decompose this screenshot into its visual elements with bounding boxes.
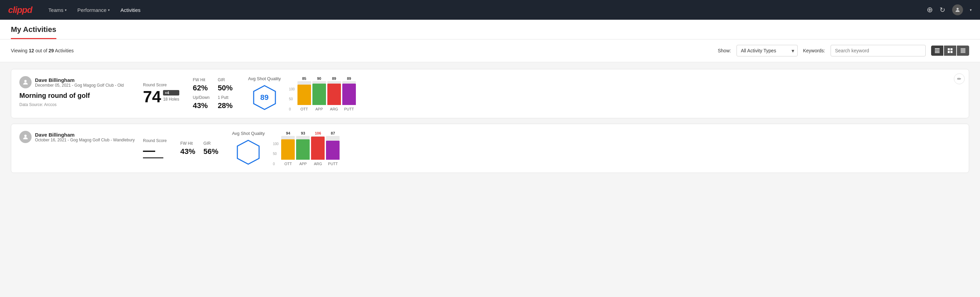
page-title: My Activities (11, 25, 56, 39)
svg-rect-5 (948, 48, 950, 50)
navbar-right: ⊕ ↻ ▾ (927, 5, 972, 15)
svg-rect-10 (961, 49, 966, 50)
user-name: Dave Billingham (35, 77, 124, 83)
activity-type-select-wrapper[interactable]: All Activity Types (737, 45, 798, 56)
nav-performance-label: Performance (78, 7, 107, 13)
round-score-label: Round Score (143, 83, 179, 87)
gir-block: GIR 50% (218, 77, 234, 93)
fw-hit-block: FW Hit 62% (193, 77, 210, 93)
chevron-down-icon: ▾ (65, 8, 67, 12)
oneputt-value: 28% (218, 101, 234, 110)
edit-button[interactable]: ✏ (954, 73, 965, 84)
updown-label: Up/Down (193, 95, 210, 100)
nav-activities-label: Activities (121, 7, 141, 13)
card-user: Dave Billingham October 16, 2021 - Gog M… (19, 131, 135, 143)
svg-point-0 (956, 8, 959, 10)
fw-hit-value: 62% (193, 84, 210, 93)
y-axis-labels: 100 50 0 (273, 142, 279, 166)
chart-col-app: 90 APP (312, 77, 326, 111)
chevron-down-icon: ▾ (970, 8, 972, 12)
svg-rect-7 (948, 51, 950, 53)
gir-value: 50% (218, 84, 234, 93)
hexagon: 89 (251, 84, 278, 111)
svg-rect-11 (961, 50, 966, 51)
stats-grid: FW Hit 43% GIR 56% (180, 141, 218, 156)
add-icon[interactable]: ⊕ (927, 5, 933, 14)
chart-col-putt: 89 PUTT (342, 77, 356, 111)
total-count: 29 (49, 48, 54, 53)
chart-col-putt: 87 PUTT (326, 131, 340, 166)
svg-rect-13 (961, 52, 966, 53)
updown-value: 43% (193, 101, 210, 110)
fw-hit-label: FW Hit (180, 141, 195, 146)
card-user: Dave Billingham December 05, 2021 - Gog … (19, 76, 135, 88)
user-date: December 05, 2021 - Gog Magog Golf Club … (35, 83, 124, 88)
gir-block: GIR 56% (204, 141, 218, 156)
activities-list: ✏ Dave Billingham December 05, 2021 - Go… (0, 62, 980, 180)
chart-col-ott: 94 OTT (281, 131, 295, 166)
viewing-text: Viewing 12 out of 29 Activities (11, 48, 713, 53)
viewing-count: 12 (29, 48, 34, 53)
gir-label: GIR (218, 77, 234, 82)
score-number: — (143, 144, 163, 158)
svg-point-16 (24, 134, 27, 137)
logo[interactable]: clippd (8, 5, 32, 15)
card-info: Dave Billingham October 16, 2021 - Gog M… (19, 131, 135, 147)
nav-teams-label: Teams (49, 7, 64, 13)
bar-chart: 100 50 0 94 OTT 93 (273, 131, 340, 166)
svg-point-14 (24, 80, 27, 82)
card-title: Morning round of golf (19, 92, 135, 99)
grid-view-button[interactable] (944, 46, 956, 56)
user-name: Dave Billingham (35, 132, 135, 137)
activity-type-select[interactable]: All Activity Types (737, 45, 798, 56)
svg-rect-4 (935, 52, 940, 53)
round-score-block: Round Score — (143, 138, 167, 158)
shot-quality-label: Avg Shot Quality (232, 131, 265, 136)
navbar: clippd Teams ▾ Performance ▾ Activities … (0, 0, 980, 20)
svg-rect-12 (961, 51, 966, 52)
gir-value: 56% (204, 147, 218, 156)
page-header: My Activities (0, 20, 980, 40)
compact-view-button[interactable] (957, 46, 969, 56)
chart-col-ott: 85 OTT (298, 77, 311, 111)
toolbar: Viewing 12 out of 29 Activities Show: Al… (0, 40, 980, 62)
avatar (19, 131, 32, 143)
activity-card: ✏ Dave Billingham December 05, 2021 - Go… (11, 69, 969, 118)
shot-quality-block: Avg Shot Quality 89 100 50 (248, 76, 961, 111)
view-toggle (931, 46, 969, 56)
fw-hit-block: FW Hit 43% (180, 141, 195, 156)
stats-grid: FW Hit 62% GIR 50% Up/Down 43% 1 Putt 28… (193, 77, 235, 110)
oneputt-label: 1 Putt (218, 95, 234, 100)
search-input[interactable] (830, 45, 926, 56)
score-holes: 18 Holes (163, 97, 179, 102)
refresh-icon[interactable]: ↻ (940, 6, 945, 14)
y-axis-labels: 100 50 0 (289, 87, 295, 111)
svg-rect-2 (935, 50, 940, 50)
hexagon (235, 139, 262, 166)
hex-value: 89 (261, 93, 269, 102)
fw-hit-value: 43% (180, 147, 195, 156)
bar-chart: 100 50 0 85 OTT 90 (289, 77, 356, 111)
data-source: Data Source: Arccos (19, 102, 135, 107)
show-label: Show: (718, 48, 731, 53)
chart-col-app: 93 APP (296, 131, 310, 166)
user-avatar-button[interactable] (952, 5, 963, 15)
activity-card: Dave Billingham October 16, 2021 - Gog M… (11, 124, 969, 173)
chevron-down-icon: ▾ (108, 8, 110, 12)
svg-rect-8 (950, 51, 953, 53)
card-info: Dave Billingham December 05, 2021 - Gog … (19, 76, 135, 107)
svg-rect-9 (961, 48, 966, 49)
nav-activities[interactable]: Activities (121, 7, 141, 13)
svg-rect-3 (935, 51, 940, 52)
score-number: 74 (143, 89, 161, 105)
user-date: October 16, 2021 - Gog Magog Golf Club -… (35, 137, 135, 142)
list-view-button[interactable] (931, 46, 943, 56)
nav-teams[interactable]: Teams ▾ (49, 7, 67, 13)
shot-quality-block: Avg Shot Quality 100 50 (232, 131, 961, 166)
keywords-label: Keywords: (803, 48, 825, 53)
score-badge: +4 (163, 90, 179, 96)
nav-performance[interactable]: Performance ▾ (78, 7, 110, 13)
gir-label: GIR (204, 141, 218, 146)
svg-marker-17 (237, 141, 259, 164)
chart-col-arg: 89 ARG (327, 77, 341, 111)
